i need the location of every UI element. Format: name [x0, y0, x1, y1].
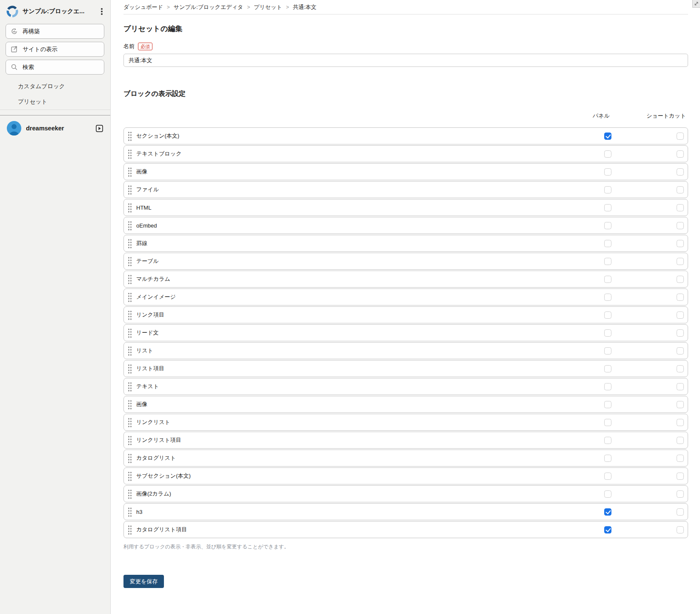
- shortcut-checkbox[interactable]: [677, 222, 684, 229]
- breadcrumb-item[interactable]: プリセット: [254, 3, 282, 11]
- shortcut-checkbox[interactable]: [677, 455, 684, 462]
- shortcut-checkbox[interactable]: [677, 258, 684, 265]
- drag-handle-icon[interactable]: [128, 364, 132, 374]
- panel-checkbox[interactable]: [604, 347, 611, 355]
- shortcut-checkbox[interactable]: [677, 240, 684, 247]
- rebuild-button[interactable]: 再構築: [6, 24, 104, 39]
- panel-checkbox[interactable]: [604, 186, 611, 193]
- name-input[interactable]: [123, 54, 688, 67]
- drag-handle-icon[interactable]: [128, 507, 132, 517]
- workspace-title: サンプル:ブロックエ...: [23, 8, 98, 15]
- panel-checkbox[interactable]: [604, 437, 611, 444]
- drag-handle-icon[interactable]: [128, 239, 132, 248]
- drag-handle-icon[interactable]: [128, 489, 132, 499]
- shortcut-checkbox[interactable]: [677, 329, 684, 337]
- drag-handle-icon[interactable]: [128, 328, 132, 338]
- panel-checkbox[interactable]: [604, 133, 611, 140]
- drag-handle-icon[interactable]: [128, 131, 132, 141]
- drag-handle-icon[interactable]: [128, 257, 132, 266]
- shortcut-checkbox[interactable]: [677, 419, 684, 426]
- block-row: テキストブロック: [123, 145, 688, 162]
- shortcut-checkbox[interactable]: [677, 276, 684, 283]
- shortcut-checkbox[interactable]: [677, 383, 684, 390]
- sidebar-subitem-preset[interactable]: プリセット: [0, 94, 110, 110]
- view-site-button[interactable]: サイトの表示: [6, 42, 104, 57]
- session-forward-icon[interactable]: [95, 124, 103, 133]
- shortcut-checkbox[interactable]: [677, 508, 684, 516]
- block-label: カタログリスト項目: [136, 526, 187, 533]
- drag-handle-icon[interactable]: [128, 435, 132, 445]
- drag-handle-icon[interactable]: [128, 221, 132, 231]
- drag-handle-icon[interactable]: [128, 525, 132, 535]
- panel-checkbox[interactable]: [604, 222, 611, 229]
- sidebar: サンプル:ブロックエ... 再構築サイトの表示検索 サイトコンテンツデータ記事ウ…: [0, 0, 111, 614]
- drag-handle-icon[interactable]: [128, 346, 132, 356]
- panel-checkbox[interactable]: [604, 311, 611, 319]
- kebab-menu-icon[interactable]: [98, 7, 105, 16]
- shortcut-checkbox[interactable]: [677, 133, 684, 140]
- block-label: HTML: [136, 205, 151, 211]
- panel-checkbox[interactable]: [604, 365, 611, 372]
- panel-checkbox[interactable]: [604, 240, 611, 247]
- shortcut-checkbox[interactable]: [677, 311, 684, 319]
- drag-handle-icon[interactable]: [128, 149, 132, 159]
- panel-checkbox[interactable]: [604, 258, 611, 265]
- shortcut-checkbox[interactable]: [677, 526, 684, 533]
- drag-handle-icon[interactable]: [128, 167, 132, 177]
- drag-handle-icon[interactable]: [128, 185, 132, 195]
- drag-handle-icon[interactable]: [128, 400, 132, 409]
- block-row: メインイメージ: [123, 288, 688, 306]
- shortcut-checkbox[interactable]: [677, 186, 684, 193]
- drag-handle-icon[interactable]: [128, 274, 132, 284]
- drag-handle-icon[interactable]: [128, 382, 132, 392]
- panel-checkbox[interactable]: [604, 329, 611, 337]
- block-row: カタログリスト: [123, 450, 688, 467]
- sidebar-subitem-custom-block[interactable]: カスタムブロック: [0, 79, 110, 94]
- panel-checkbox[interactable]: [604, 276, 611, 283]
- resize-handle[interactable]: [692, 0, 700, 8]
- rebuild-icon: [11, 28, 18, 35]
- block-row: 画像: [123, 396, 688, 413]
- block-row: リスト項目: [123, 360, 688, 377]
- panel-checkbox[interactable]: [604, 294, 611, 301]
- block-label: リンクリスト: [136, 418, 170, 426]
- drag-handle-icon[interactable]: [128, 310, 132, 320]
- drag-handle-icon[interactable]: [128, 418, 132, 427]
- breadcrumb-item: 共通:本文: [293, 3, 317, 11]
- drag-handle-icon[interactable]: [128, 453, 132, 463]
- panel-checkbox[interactable]: [604, 455, 611, 462]
- shortcut-checkbox[interactable]: [677, 401, 684, 408]
- shortcut-checkbox[interactable]: [677, 294, 684, 301]
- block-label: サブセクション(本文): [136, 472, 191, 480]
- shortcut-checkbox[interactable]: [677, 168, 684, 176]
- block-row: テキスト: [123, 378, 688, 395]
- drag-handle-icon[interactable]: [128, 203, 132, 213]
- search-button[interactable]: 検索: [6, 60, 104, 75]
- shortcut-checkbox[interactable]: [677, 347, 684, 355]
- panel-checkbox[interactable]: [604, 204, 611, 211]
- page-title: プリセットの編集: [123, 24, 688, 34]
- breadcrumb-separator: >: [167, 4, 170, 10]
- breadcrumb-item[interactable]: ダッシュボード: [123, 3, 163, 11]
- breadcrumb-item[interactable]: サンプル:ブロックエディタ: [174, 3, 243, 11]
- panel-checkbox[interactable]: [604, 526, 611, 533]
- panel-checkbox[interactable]: [604, 150, 611, 158]
- panel-checkbox[interactable]: [604, 508, 611, 516]
- panel-checkbox[interactable]: [604, 419, 611, 426]
- shortcut-checkbox[interactable]: [677, 204, 684, 211]
- save-button[interactable]: 変更を保存: [123, 575, 164, 588]
- shortcut-checkbox[interactable]: [677, 365, 684, 372]
- panel-checkbox[interactable]: [604, 490, 611, 498]
- panel-checkbox[interactable]: [604, 383, 611, 390]
- block-label: 画像(2カラム): [136, 490, 171, 498]
- shortcut-checkbox[interactable]: [677, 437, 684, 444]
- panel-checkbox[interactable]: [604, 473, 611, 480]
- panel-checkbox[interactable]: [604, 401, 611, 408]
- panel-checkbox[interactable]: [604, 168, 611, 176]
- shortcut-checkbox[interactable]: [677, 490, 684, 498]
- drag-handle-icon[interactable]: [128, 292, 132, 302]
- shortcut-checkbox[interactable]: [677, 473, 684, 480]
- blocks-help-note: 利用するブロックの表示・非表示、並び順を変更することができます。: [123, 543, 688, 551]
- shortcut-checkbox[interactable]: [677, 150, 684, 158]
- drag-handle-icon[interactable]: [128, 471, 132, 481]
